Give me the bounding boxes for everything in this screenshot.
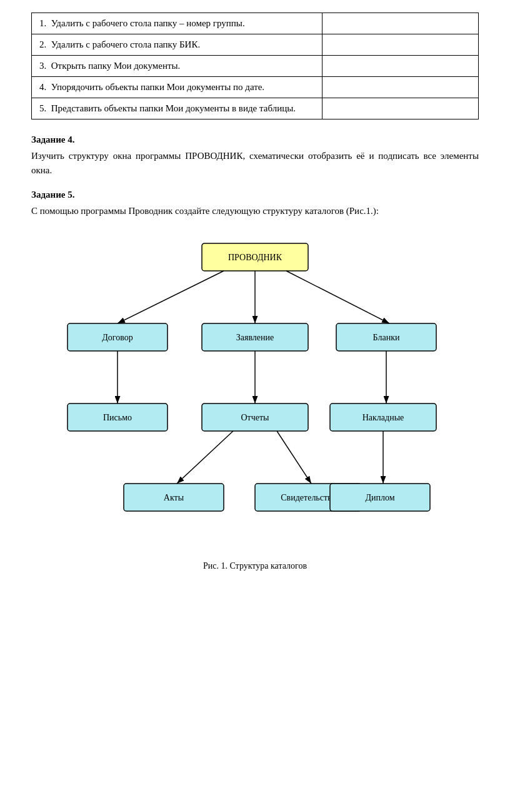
table-row: 4. Упорядочить объекты папки Мои докумен… xyxy=(32,77,479,98)
node-dogovor-label: Договор xyxy=(102,333,132,342)
task4-text: Изучить структуру окна программы ПРОВОДН… xyxy=(31,149,479,177)
node-diplom-label: Диплом xyxy=(365,493,394,502)
table-task-cell: 1. Удалить с рабочего стола папку – номе… xyxy=(32,13,322,34)
node-otchety-label: Отчеты xyxy=(241,413,269,422)
task-table: 1. Удалить с рабочего стола папку – номе… xyxy=(31,13,479,119)
table-answer-cell xyxy=(322,98,478,119)
node-svid-label: Свидетельства xyxy=(281,493,336,502)
node-blanki-label: Бланки xyxy=(373,333,400,342)
catalog-structure-diagram: ПРОВОДНИК Договор Заявление Бланки Письм… xyxy=(42,231,468,556)
task5-text: С помощью программы Проводник создайте с… xyxy=(31,204,479,218)
node-nakladnye-label: Накладные xyxy=(362,413,404,422)
diagram-caption: Рис. 1. Структура каталогов xyxy=(31,561,479,571)
node-pismo-label: Письмо xyxy=(103,413,132,422)
task5-heading: Задание 5. xyxy=(31,190,479,200)
task4-heading: Задание 4. xyxy=(31,134,479,145)
arrow-otchety-akty xyxy=(177,431,233,484)
arrow-root-blanki xyxy=(286,271,389,323)
arrow-otchety-svid xyxy=(277,431,311,484)
table-task-cell: 5. Представить объекты папки Мои докумен… xyxy=(32,98,322,119)
node-akty-label: Акты xyxy=(164,493,184,502)
node-root-label: ПРОВОДНИК xyxy=(228,253,282,262)
table-task-cell: 4. Упорядочить объекты папки Мои докумен… xyxy=(32,77,322,98)
table-task-cell: 3. Открыть папку Мои документы. xyxy=(32,56,322,77)
diagram-container: ПРОВОДНИК Договор Заявление Бланки Письм… xyxy=(31,231,479,556)
node-zayavlenie-label: Заявление xyxy=(236,333,274,342)
table-row: 2. Удалить с рабочего стола папку БИК. xyxy=(32,34,479,56)
table-row: 3. Открыть папку Мои документы. xyxy=(32,56,479,77)
arrow-root-dogovor xyxy=(118,271,224,323)
table-task-cell: 2. Удалить с рабочего стола папку БИК. xyxy=(32,34,322,56)
table-row: 1. Удалить с рабочего стола папку – номе… xyxy=(32,13,479,34)
table-answer-cell xyxy=(322,77,478,98)
table-answer-cell xyxy=(322,56,478,77)
table-row: 5. Представить объекты папки Мои докумен… xyxy=(32,98,479,119)
table-answer-cell xyxy=(322,13,478,34)
table-answer-cell xyxy=(322,34,478,56)
